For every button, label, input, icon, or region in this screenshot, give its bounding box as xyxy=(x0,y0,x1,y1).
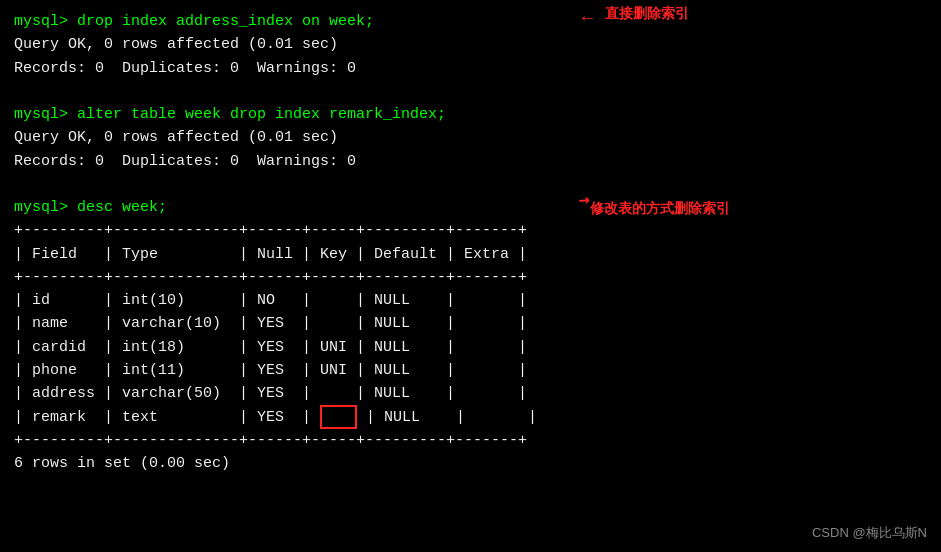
result-line-1: Query OK, 0 rows affected (0.01 sec) xyxy=(14,33,927,56)
table-sep-3: +---------+--------------+------+-----+-… xyxy=(14,429,927,452)
remark-prefix: | remark | text | YES | xyxy=(14,409,320,426)
cmd-line-1: mysql> drop index address_index on week; xyxy=(14,10,927,33)
arrow-right-1: ← xyxy=(582,8,593,28)
csdn-watermark: CSDN @梅比乌斯N xyxy=(812,524,927,542)
remark-key-box xyxy=(320,405,357,429)
table-row-remark: | remark | text | YES | | NULL | | xyxy=(14,405,927,429)
blank-2 xyxy=(14,173,927,196)
result-line-2: Records: 0 Duplicates: 0 Warnings: 0 xyxy=(14,57,927,80)
annotation-direct-delete: 直接删除索引 xyxy=(605,5,689,23)
table-sep-2: +---------+--------------+------+-----+-… xyxy=(14,266,927,289)
table-header: | Field | Type | Null | Key | Default | … xyxy=(14,243,927,266)
result-line-4: Records: 0 Duplicates: 0 Warnings: 0 xyxy=(14,150,927,173)
table-row-name: | name | varchar(10) | YES | | NULL | | xyxy=(14,312,927,335)
annotation-alter-delete: 修改表的方式删除索引 xyxy=(590,200,730,218)
terminal: mysql> drop index address_index on week;… xyxy=(0,0,941,552)
result-line-3: Query OK, 0 rows affected (0.01 sec) xyxy=(14,126,927,149)
table-row-id: | id | int(10) | NO | | NULL | | xyxy=(14,289,927,312)
footer-line: 6 rows in set (0.00 sec) xyxy=(14,452,927,475)
cmd-line-2: mysql> alter table week drop index remar… xyxy=(14,103,927,126)
remark-suffix: | NULL | | xyxy=(357,409,537,426)
table-row-phone: | phone | int(11) | YES | UNI | NULL | | xyxy=(14,359,927,382)
blank-1 xyxy=(14,80,927,103)
table-row-address: | address | varchar(50) | YES | | NULL |… xyxy=(14,382,927,405)
cmd-line-3: mysql> desc week; xyxy=(14,196,927,219)
table-row-cardid: | cardid | int(18) | YES | UNI | NULL | … xyxy=(14,336,927,359)
table-sep-1: +---------+--------------+------+-----+-… xyxy=(14,219,927,242)
